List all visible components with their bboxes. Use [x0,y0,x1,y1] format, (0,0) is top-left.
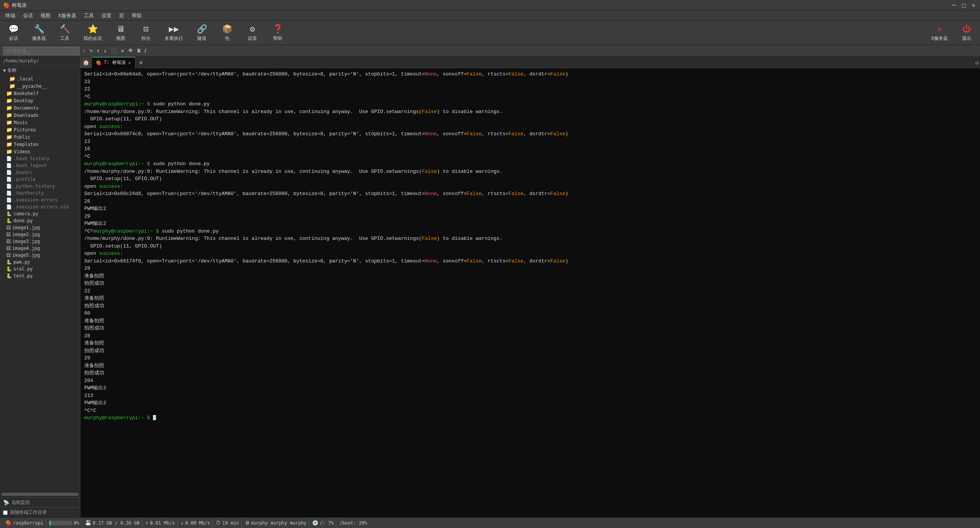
terminal-reset-icon[interactable]: ↺ [975,59,978,66]
sidebar-item-sral-py[interactable]: 🐍 sral.py [0,266,80,272]
terminal-line: 213 [84,392,976,400]
sidebar-item-xauthority[interactable]: 📄 .Xauthority [0,190,80,197]
sidebar-item-label: __pycache__ [17,84,47,89]
toolbar-server[interactable]: 🔧 服务器 [29,23,49,43]
cpu-bar-fill [49,521,51,525]
settings-icon: ⚙ [250,24,255,34]
tab-extra-button[interactable]: ⊕ [135,57,147,68]
py-file-icon: 🐍 [6,218,12,223]
menu-macro[interactable]: 宏 [115,11,128,20]
qc-stop-icon[interactable]: ⬛ [110,47,118,55]
tab-terminal[interactable]: 🍓 7: 树莓派 ✕ [92,57,135,68]
sidebar-item-label: Documents [14,105,39,111]
sidebar-item-videos[interactable]: 📁 Videos [0,148,80,155]
sidebar-item-downloads[interactable]: 📁 Downloads [0,112,80,119]
toolbar-mysession[interactable]: ⭐ 我的会话 [80,23,105,43]
menu-xserver[interactable]: X服务器 [54,11,80,20]
toolbar-package[interactable]: 📦 包 [218,23,237,43]
sidebar-item-label: .bash_history [13,156,49,161]
session-status-icon: 🖥 [245,520,250,526]
qc-edit-icon[interactable]: ✎ [88,47,93,55]
sidebar-item-bookshelf[interactable]: 📁 Bookshelf [0,90,80,97]
toolbar-exit[interactable]: ⏻ 退出 [957,23,976,43]
sidebar-item-image5[interactable]: 🖼 image5.jpg [0,252,80,259]
terminal-line: GPIO.setup(11, GPIO.OUT) [84,243,976,250]
xserver-label: X服务器 [931,35,948,42]
tools-icon: 🔨 [60,24,70,34]
sidebar-item-pwm-py[interactable]: 🐍 pwm.py [0,259,80,266]
menu-view[interactable]: 视图 [37,11,54,20]
qc-bold-icon[interactable]: 𝐁 [136,47,142,55]
multiexec-label: 多重执行 [165,35,183,42]
status-time: ⏱ 19 min [213,518,241,528]
sidebar-item-music[interactable]: 📁 Music [0,119,80,126]
maximize-button[interactable]: □ [960,2,967,9]
menu-session[interactable]: 会话 [19,11,37,20]
sidebar-item-xsession-errors-old[interactable]: 📄 .xsession-errors.old [0,203,80,210]
sidebar-item-label: pwm.py [13,259,30,265]
toolbar-settings[interactable]: ⚙ 设置 [243,23,262,43]
menu-tools[interactable]: 工具 [80,11,98,20]
qc-arrow-down-icon[interactable]: ↓ [102,47,108,55]
terminal-line: 26 [84,198,976,205]
toolbar-multiexec[interactable]: ▶▶ 多重执行 [162,23,186,43]
toolbar-session[interactable]: 💬 会话 [4,23,23,43]
qc-close-icon[interactable]: ✕ [120,47,125,55]
sidebar-item-image4[interactable]: 🖼 image4.jpg [0,245,80,252]
terminal-line: /home/murphy/done.py:9: RuntimeWarning: … [84,108,976,116]
toolbar-view[interactable]: 🖥 视图 [111,23,130,43]
sidebar-item-camera-py[interactable]: 🐍 camera.py [0,210,80,217]
sidebar-item-templates[interactable]: 📁 Templates [0,141,80,148]
follow-workdir-checkbox[interactable] [3,510,8,515]
sidebar-item-pictures[interactable]: 📁 Pictures [0,126,80,133]
mysession-label: 我的会话 [83,35,102,42]
minimize-button[interactable]: ─ [951,2,957,9]
remote-monitor-label[interactable]: 远程监控 [11,499,30,506]
split-label: 拆分 [141,35,151,42]
close-button[interactable]: ✕ [970,2,977,9]
sidebar-item-done-py[interactable]: 🐍 done.py [0,217,80,224]
horizontal-scrollbar[interactable] [2,493,79,496]
toolbar-help[interactable]: ❓ 帮助 [268,23,287,43]
sidebar-item-xsession-errors[interactable]: 📄 .xsession-errors [0,197,80,203]
terminal-line: 拍照成功 [84,280,976,287]
qc-star-icon[interactable]: ☆ [81,47,87,55]
qc-arrow-icon[interactable]: ↑ [95,47,101,55]
toolbar-split[interactable]: ⊡ 拆分 [136,23,155,43]
tab-close-button[interactable]: ✕ [128,60,131,66]
sidebar-item-test-py[interactable]: 🐍 test.py [0,272,80,279]
toolbar-tools[interactable]: 🔨 工具 [55,23,74,43]
sidebar-item-label: Pictures [14,127,36,133]
terminal-line: 29 [84,354,976,362]
terminal-line: PWM输出2 [84,384,976,392]
sidebar-item-documents[interactable]: 📁 Documents [0,104,80,112]
sidebar-item-desktop[interactable]: 📁 Desktop [0,97,80,104]
sidebar-item-label: image5.jpg [12,253,40,258]
sidebar-item-image2[interactable]: 🖼 image2.jpg [0,231,80,238]
sidebar-item-bashrc[interactable]: 📄 .bashrc [0,169,80,176]
sidebar-remote-monitor[interactable]: 📡 远程监控 [0,497,80,507]
terminal-right-icons: ↺ [975,59,980,66]
toolbar-xserver[interactable]: ✕ X服务器 [928,23,951,43]
terminal-line: murphy@raspberrypi:~ $ sudo python done.… [84,100,976,108]
terminal-screen[interactable]: Serial<id=0x66e64a8, open=True>(port='/d… [80,68,980,517]
menu-settings[interactable]: 设置 [98,11,115,20]
tab-home-button[interactable]: 🏠 [80,57,92,68]
sidebar-item-bash-history[interactable]: 📄 .bash_history [0,155,80,162]
sidebar-item-public[interactable]: 📁 Public [0,133,80,141]
qc-italic-icon[interactable]: 𝐼 [143,47,147,55]
sidebar-item-local[interactable]: 📁 .local [0,75,80,82]
sidebar-item-bash-logout[interactable]: 📄 .bash_logout [0,162,80,169]
sidebar-item-image1[interactable]: 🖼 image1.jpg [0,224,80,231]
sidebar-item-python-history[interactable]: 📄 .python_history [0,183,80,190]
toolbar-tunnel[interactable]: 🔗 隧道 [192,23,211,43]
menu-help[interactable]: 帮助 [128,11,146,20]
quick-connect-input[interactable] [3,47,80,55]
sidebar-item-image3[interactable]: 🖼 image3.jpg [0,238,80,245]
terminal-line: Serial<id=0x66174f0, open=True>(port='/d… [84,257,976,265]
menu-terminal[interactable]: 终端 [2,11,19,20]
qc-eye-icon[interactable]: 👁 [127,47,134,55]
sidebar-item-profile[interactable]: 📄 .profile [0,176,80,183]
sidebar-item-pycache[interactable]: 📁 __pycache__ [0,82,80,90]
terminal-line: /home/murphy/done.py:9: RuntimeWarning: … [84,168,976,175]
